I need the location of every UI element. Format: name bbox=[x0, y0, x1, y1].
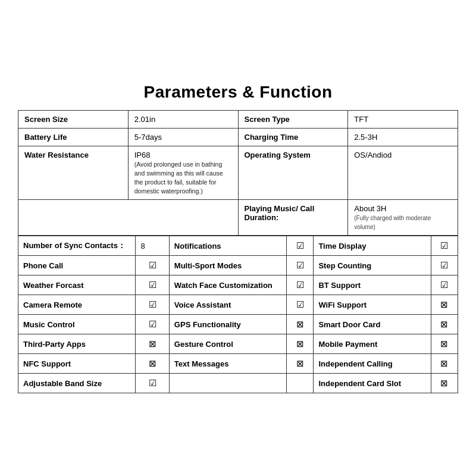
check-icon-bt-support bbox=[440, 280, 448, 290]
multi-sport-check bbox=[287, 256, 314, 275]
band-size-label: Adjustable Band Size bbox=[18, 374, 136, 393]
specs-table: Screen Size 2.01in Screen Type TFT Batte… bbox=[18, 110, 458, 236]
text-messages-check bbox=[287, 354, 314, 374]
gps-check bbox=[287, 315, 314, 334]
bt-support-label: BT Support bbox=[314, 275, 431, 295]
feature-row-3: Music Control GPS Functionality Smart Do… bbox=[18, 315, 458, 334]
time-display-label: Time Display bbox=[314, 236, 431, 256]
check-icon-phone-call bbox=[149, 260, 156, 270]
camera-remote-check bbox=[136, 295, 169, 315]
features-header-row: Number of Sync Contacts： 8 Notifications… bbox=[18, 236, 458, 256]
spec-value-music: About 3H (Fully charged with moderate vo… bbox=[348, 200, 458, 236]
check-icon-camera-remote bbox=[149, 299, 156, 309]
check-icon-voice-assistant bbox=[296, 299, 304, 309]
check-icon-gesture bbox=[296, 339, 304, 349]
bt-support-check bbox=[431, 275, 458, 295]
check-icon-independent-calling bbox=[440, 358, 448, 368]
spec-value-water: IP68 (Avoid prolonged use in bathing and… bbox=[128, 146, 238, 200]
weather-label: Weather Forcast bbox=[18, 275, 136, 295]
check-icon-mobile-payment bbox=[440, 339, 448, 349]
weather-check bbox=[136, 275, 169, 295]
spec-empty bbox=[18, 200, 239, 236]
spec-value-screen-type: TFT bbox=[348, 111, 458, 129]
text-messages-label: Text Messages bbox=[169, 354, 286, 374]
notifications-check bbox=[287, 236, 314, 256]
empty-col2-label bbox=[169, 374, 286, 393]
multi-sport-label: Multi-Sport Modes bbox=[169, 256, 286, 275]
spec-label-music: Playing Music/ Call Duration: bbox=[238, 200, 348, 236]
gesture-check bbox=[287, 334, 314, 354]
mobile-payment-label: Mobile Payment bbox=[314, 334, 431, 354]
feature-row-5: NFC Support Text Messages Independent Ca… bbox=[18, 354, 458, 374]
water-note: (Avoid prolonged use in bathing and swim… bbox=[134, 161, 223, 195]
independent-calling-label: Independent Calling bbox=[314, 354, 431, 374]
camera-remote-label: Camera Remote bbox=[18, 295, 136, 315]
sync-value: 8 bbox=[136, 236, 169, 256]
spec-label-water: Water Resistance bbox=[18, 146, 129, 200]
empty-col2-check bbox=[287, 374, 314, 393]
spec-label-screen-size: Screen Size bbox=[18, 111, 129, 129]
feature-row-2: Camera Remote Voice Assistant WiFi Suppo… bbox=[18, 295, 458, 315]
independent-calling-check bbox=[431, 354, 458, 374]
nfc-label: NFC Support bbox=[18, 354, 136, 374]
check-icon-weather bbox=[149, 280, 156, 290]
check-icon-wifi-support bbox=[440, 299, 448, 309]
check-icon-notifications bbox=[296, 240, 304, 250]
check-icon-watch-face bbox=[296, 280, 304, 290]
check-icon-independent-card bbox=[440, 378, 448, 388]
watch-face-label: Watch Face Customization bbox=[169, 275, 286, 295]
phone-call-check bbox=[136, 256, 169, 275]
page: Parameters & Function Screen Size 2.01in… bbox=[6, 77, 470, 399]
check-icon-band-size bbox=[149, 378, 156, 388]
check-icon-third-party bbox=[149, 339, 156, 349]
notifications-label: Notifications bbox=[169, 236, 286, 256]
voice-assistant-check bbox=[287, 295, 314, 315]
gesture-label: Gesture Control bbox=[169, 334, 286, 354]
feature-row-1: Weather Forcast Watch Face Customization… bbox=[18, 275, 458, 295]
mobile-payment-check bbox=[431, 334, 458, 354]
check-icon-step-counting bbox=[440, 260, 448, 270]
smart-door-check bbox=[431, 315, 458, 334]
feature-row-0: Phone Call Multi-Sport Modes Step Counti… bbox=[18, 256, 458, 275]
spec-row-2: Battery Life 5-7days Charging Time 2.5-3… bbox=[18, 129, 458, 146]
phone-call-label: Phone Call bbox=[18, 256, 136, 275]
independent-card-label: Independent Card Slot bbox=[314, 374, 431, 393]
check-icon-time-display bbox=[440, 240, 448, 250]
time-display-check bbox=[431, 236, 458, 256]
check-icon-smart-door bbox=[440, 319, 448, 329]
music-note: (Fully charged with moderate volume) bbox=[354, 215, 431, 230]
nfc-check bbox=[136, 354, 169, 374]
spec-row-1: Screen Size 2.01in Screen Type TFT bbox=[18, 111, 458, 129]
check-icon-text-messages bbox=[296, 358, 304, 368]
spec-value-screen-size: 2.01in bbox=[128, 111, 238, 129]
spec-value-battery: 5-7days bbox=[128, 129, 238, 146]
wifi-support-label: WiFi Support bbox=[314, 295, 431, 315]
third-party-label: Third-Party Apps bbox=[18, 334, 136, 354]
features-table: Number of Sync Contacts： 8 Notifications… bbox=[18, 236, 458, 393]
spec-label-charging: Charging Time bbox=[238, 129, 348, 146]
music-control-check bbox=[136, 315, 169, 334]
spec-row-3: Water Resistance IP68 (Avoid prolonged u… bbox=[18, 146, 458, 200]
check-icon-gps bbox=[296, 319, 304, 329]
feature-row-6: Adjustable Band Size Independent Card Sl… bbox=[18, 374, 458, 393]
spec-label-os: Operating System bbox=[238, 146, 348, 200]
page-title: Parameters & Function bbox=[18, 83, 458, 102]
spec-value-charging: 2.5-3H bbox=[348, 129, 458, 146]
independent-card-check bbox=[431, 374, 458, 393]
watch-face-check bbox=[287, 275, 314, 295]
wifi-support-check bbox=[431, 295, 458, 315]
music-control-label: Music Control bbox=[18, 315, 136, 334]
check-icon-nfc bbox=[149, 358, 156, 368]
check-icon-multi-sport bbox=[296, 260, 304, 270]
third-party-check bbox=[136, 334, 169, 354]
band-size-check bbox=[136, 374, 169, 393]
spec-value-os: OS/Andiod bbox=[348, 146, 458, 200]
gps-label: GPS Functionality bbox=[169, 315, 286, 334]
feature-row-4: Third-Party Apps Gesture Control Mobile … bbox=[18, 334, 458, 354]
voice-assistant-label: Voice Assistant bbox=[169, 295, 286, 315]
spec-label-screen-type: Screen Type bbox=[238, 111, 348, 129]
step-counting-label: Step Counting bbox=[314, 256, 431, 275]
spec-label-battery: Battery Life bbox=[18, 129, 129, 146]
spec-row-4: Playing Music/ Call Duration: About 3H (… bbox=[18, 200, 458, 236]
sync-label: Number of Sync Contacts： bbox=[18, 236, 136, 256]
